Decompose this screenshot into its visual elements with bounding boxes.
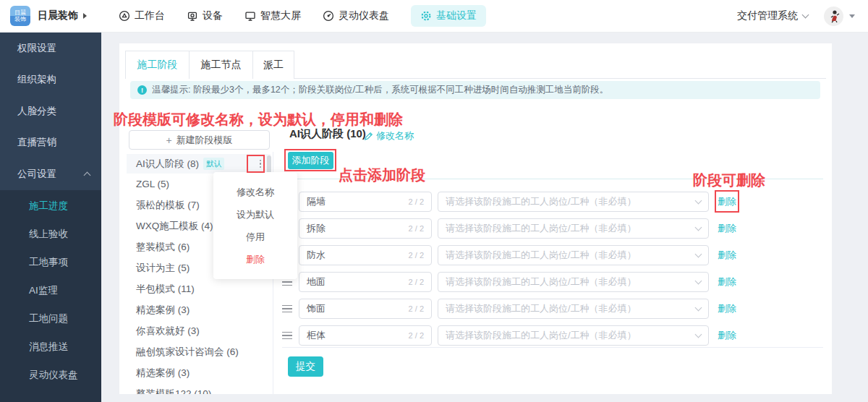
- add-stage-button[interactable]: 添加阶段: [288, 152, 333, 169]
- template-item[interactable]: 精选案例 (3): [127, 299, 271, 320]
- drag-handle-icon[interactable]: [282, 278, 292, 286]
- tab-construction-node[interactable]: 施工节点: [189, 51, 253, 79]
- delete-stage-link[interactable]: 删除: [718, 249, 736, 262]
- rename-link[interactable]: 修改名称: [364, 129, 414, 142]
- stage-name-input[interactable]: 拆除2 / 2: [299, 218, 432, 239]
- caret-right-icon[interactable]: [83, 13, 87, 19]
- system-select[interactable]: 交付管理系统: [737, 9, 798, 22]
- sidebar-item-label: 公司设置: [17, 168, 56, 181]
- sidebar-subitem-label: 灵动仪表盘: [29, 369, 78, 382]
- sidebar-subitem-label: 消息推送: [29, 341, 68, 354]
- stage-name: 防水: [307, 249, 326, 262]
- select-placeholder: 请选择该阶段施工的工人岗位/工种（非必填）: [446, 275, 637, 288]
- avatar[interactable]: [824, 7, 843, 26]
- more-dots-icon[interactable]: [260, 160, 262, 168]
- nav-item-bigscreen[interactable]: 智慧大屏: [244, 9, 301, 22]
- template-context-menu: 修改名称 设为默认 停用 删除: [213, 172, 297, 279]
- nav-item-settings[interactable]: 基础设置: [411, 5, 486, 27]
- sidebar-item-company-settings[interactable]: 公司设置: [0, 158, 101, 190]
- sidebar-item-organization[interactable]: 组织架构: [0, 64, 101, 96]
- sidebar-subitem-label: 施工进度: [29, 200, 68, 213]
- menu-item-rename[interactable]: 修改名称: [213, 181, 297, 203]
- sidebar-subitem-dashboard[interactable]: 灵动仪表盘: [0, 362, 101, 390]
- delete-stage-link[interactable]: 删除: [718, 302, 736, 315]
- submit-button[interactable]: 提交: [288, 356, 323, 377]
- delete-stage-link[interactable]: 删除: [718, 222, 736, 235]
- delete-stage-link[interactable]: 删除: [718, 329, 736, 342]
- sidebar-subitem-message-push[interactable]: 消息推送: [0, 333, 101, 362]
- delete-stage-link[interactable]: 删除: [718, 195, 736, 208]
- tab-construction-stage[interactable]: 施工阶段: [125, 51, 190, 79]
- sidebar-item-label: 组织架构: [17, 73, 56, 86]
- select-placeholder: 请选择该阶段施工的工人岗位/工种（非必填）: [446, 222, 637, 235]
- nav-item-workbench[interactable]: 工作台: [119, 9, 165, 22]
- sidebar: 权限设置 组织架构 人脸分类 直播营销 公司设置 施工进度 线上验收 工地事项 …: [0, 33, 101, 402]
- sidebar-item-permissions[interactable]: 权限设置: [0, 33, 101, 64]
- template-item[interactable]: 你喜欢就好 (3): [127, 320, 271, 341]
- template-item[interactable]: 半包模式 (11): [127, 278, 271, 299]
- chevron-down-icon: [695, 331, 702, 338]
- chevron-down-icon: [695, 304, 702, 312]
- template-item[interactable]: 融创筑家设计咨询会 (6): [127, 341, 271, 362]
- nav-item-device[interactable]: 设备: [187, 9, 223, 22]
- sidebar-item-live-marketing[interactable]: 直播营销: [0, 127, 101, 159]
- char-count: 2 / 2: [409, 278, 424, 286]
- tab-dispatch[interactable]: 派工: [252, 51, 294, 79]
- stage-name-input[interactable]: 柜体2 / 2: [299, 325, 432, 346]
- new-template-label: 新建阶段模版: [176, 134, 233, 147]
- sidebar-item-face-category[interactable]: 人脸分类: [0, 95, 101, 127]
- sidebar-subitem-online-acceptance[interactable]: 线上验收: [0, 221, 101, 249]
- menu-item-delete[interactable]: 删除: [213, 248, 297, 270]
- stage-name: 柜体: [307, 329, 326, 342]
- sidebar-subitem-ai-supervision[interactable]: AI监理: [0, 277, 101, 305]
- stage-name: 隔墙: [307, 195, 326, 208]
- brand-name[interactable]: 日晨装饰: [38, 9, 78, 22]
- sidebar-subitem-site-matters[interactable]: 工地事项: [0, 249, 101, 277]
- avatar-figure: [827, 9, 841, 23]
- sidebar-subitem-label: 工地问题: [29, 312, 68, 325]
- screen-icon: [244, 10, 256, 22]
- brand-logo[interactable]: 日晨装饰: [10, 6, 30, 26]
- menu-item-set-default[interactable]: 设为默认: [213, 203, 297, 226]
- stage-row: 拆除2 / 2 请选择该阶段施工的工人岗位/工种（非必填） 删除: [282, 218, 832, 239]
- default-badge: 默认: [203, 158, 224, 170]
- rename-label: 修改名称: [376, 129, 414, 142]
- stage-name-input[interactable]: 隔墙2 / 2: [299, 192, 432, 212]
- nav-label: 智慧大屏: [260, 9, 301, 22]
- delete-stage-link[interactable]: 删除: [718, 275, 736, 288]
- sidebar-subitem-construction-progress[interactable]: 施工进度: [0, 192, 101, 221]
- stage-rows: 隔墙2 / 2 请选择该阶段施工的工人岗位/工种（非必填） 删除 拆除2 / 2…: [282, 192, 832, 352]
- stage-name-input[interactable]: 地面2 / 2: [299, 272, 432, 292]
- drag-handle-icon[interactable]: [282, 332, 292, 340]
- template-item[interactable]: 精选案例 (3): [127, 362, 271, 383]
- nav-label: 设备: [203, 9, 223, 22]
- worker-type-select[interactable]: 请选择该阶段施工的工人岗位/工种（非必填）: [438, 192, 709, 212]
- sidebar-subitem-site-issues[interactable]: 工地问题: [0, 305, 101, 333]
- stage-row: 隔墙2 / 2 请选择该阶段施工的工人岗位/工种（非必填） 删除: [282, 192, 832, 212]
- worker-type-select[interactable]: 请选择该阶段施工的工人岗位/工种（非必填）: [438, 245, 709, 265]
- worker-type-select[interactable]: 请选择该阶段施工的工人岗位/工种（非必填）: [438, 299, 709, 319]
- chevron-down-icon[interactable]: [802, 12, 809, 19]
- char-count: 2 / 2: [409, 224, 424, 233]
- select-placeholder: 请选择该阶段施工的工人岗位/工种（非必填）: [446, 302, 637, 315]
- menu-item-disable[interactable]: 停用: [213, 226, 297, 248]
- drag-handle-icon[interactable]: [282, 305, 292, 313]
- sidebar-item-label: 直播营销: [17, 136, 56, 149]
- worker-type-select[interactable]: 请选择该阶段施工的工人岗位/工种（非必填）: [438, 325, 709, 346]
- template-item-selected[interactable]: AI识人阶段 (8) 默认: [127, 154, 271, 174]
- nav-item-dashboard[interactable]: 灵动仪表盘: [323, 9, 389, 22]
- sidebar-item-label: 权限设置: [17, 42, 56, 55]
- new-template-button[interactable]: + 新建阶段模版: [129, 130, 270, 150]
- stage-row: 防水2 / 2 请选择该阶段施工的工人岗位/工种（非必填） 删除: [282, 245, 832, 265]
- caret-down-icon[interactable]: [849, 14, 855, 18]
- stage-name-input[interactable]: 防水2 / 2: [299, 245, 432, 265]
- tab-label: 派工: [263, 59, 284, 72]
- divider: [282, 347, 823, 348]
- stage-name: 拆除: [307, 222, 326, 235]
- tips-banner: ! 温馨提示: 阶段最少3个，最多12个；阶段关联岗位/工种后，系统可根据不同工…: [130, 81, 820, 99]
- gear-icon: [420, 10, 432, 22]
- worker-type-select[interactable]: 请选择该阶段施工的工人岗位/工种（非必填）: [438, 218, 709, 239]
- stage-name-input[interactable]: 饰面2 / 2: [299, 299, 432, 319]
- worker-type-select[interactable]: 请选择该阶段施工的工人岗位/工种（非必填）: [438, 272, 709, 292]
- template-item[interactable]: 整装模版122 (10): [127, 383, 271, 394]
